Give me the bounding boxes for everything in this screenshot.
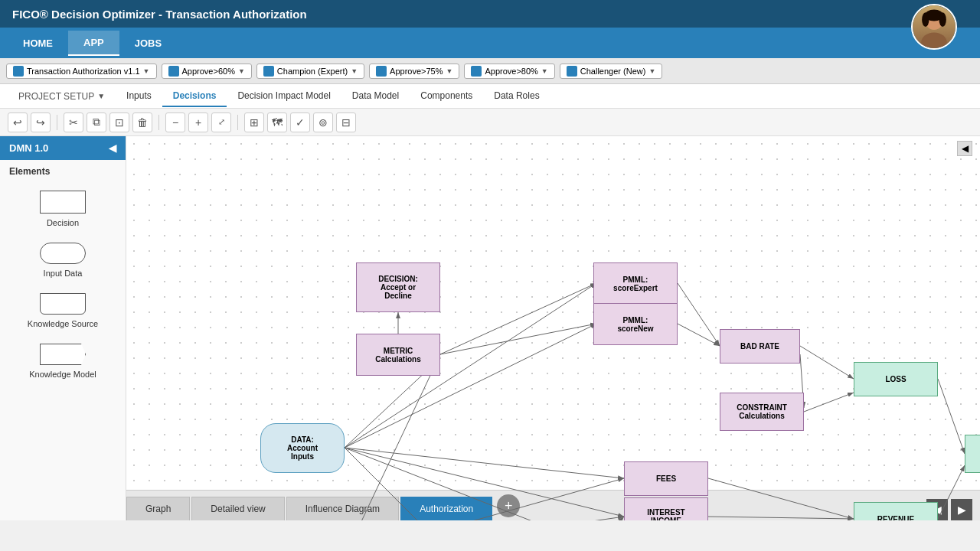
svg-point-5 — [939, 12, 946, 27]
element-knowledge-model-label: Knowledge Model — [29, 370, 96, 379]
icon-toolbar: ↩ ↪ ✂ ⧉ ⊡ 🗑 − + ⤢ ⊞ 🗺 ✓ ⊚ ⊟ — [0, 109, 980, 136]
dropdown-champion[interactable]: Champion (Expert) ▼ — [256, 64, 364, 79]
add-tab-button[interactable]: + — [497, 494, 520, 517]
node-loss[interactable]: LOSS — [854, 362, 938, 396]
svg-point-4 — [922, 12, 929, 27]
svg-line-22 — [678, 324, 720, 346]
copy-button[interactable]: ⧉ — [87, 112, 106, 132]
chevron-down-icon: ▼ — [648, 67, 655, 75]
paste-button[interactable]: ⊡ — [109, 112, 129, 132]
plus-icon: + — [505, 498, 513, 514]
subnav-inputs[interactable]: Inputs — [116, 86, 162, 107]
nav-home[interactable]: HOME — [8, 31, 68, 55]
subnav-components[interactable]: Components — [410, 86, 483, 107]
tab-influence-diagram[interactable]: Influence Diagram — [286, 497, 399, 520]
chevron-down-icon: ▼ — [541, 67, 548, 75]
history-button[interactable]: ⊚ — [313, 112, 333, 132]
table-icon — [263, 66, 274, 77]
node-revenue[interactable]: REVENUE — [854, 502, 938, 520]
collapse-panel-button[interactable]: ◀ — [957, 141, 972, 156]
knowledge-source-shape-icon — [40, 293, 86, 315]
element-decision[interactable]: Decision — [0, 183, 126, 235]
collapse-icon[interactable]: ◀ — [109, 142, 116, 154]
table-icon — [13, 66, 24, 77]
dropdown-challenger[interactable]: Challenger (New) ▼ — [560, 64, 663, 79]
svg-line-19 — [440, 283, 596, 354]
subnav-decision-impact[interactable]: Decision Impact Model — [227, 86, 341, 107]
dropdown-champion-label: Champion (Expert) — [277, 67, 348, 76]
element-knowledge-model[interactable]: Knowledge Model — [0, 336, 126, 386]
left-panel: DMN 1.0 ◀ Elements Decision Input Data K… — [0, 136, 126, 520]
dmn-header: DMN 1.0 ◀ — [0, 136, 126, 160]
node-profit[interactable]: PROFIT — [965, 435, 980, 473]
dropdown-approve80[interactable]: Approve>80% ▼ — [464, 64, 554, 79]
dropdown-challenger-label: Challenger (New) — [580, 67, 646, 76]
chevron-down-icon: ▼ — [446, 67, 453, 75]
svg-line-29 — [938, 379, 965, 454]
tab-authorization[interactable]: Authorization — [400, 497, 492, 520]
node-bad-rate[interactable]: BAD RATE — [720, 329, 800, 364]
bottom-tabs: Graph Detailed view Influence Diagram Au… — [126, 490, 980, 520]
tab-next-button[interactable]: ▶ — [951, 499, 972, 520]
separator — [57, 115, 57, 130]
zoom-in-button[interactable]: + — [188, 112, 208, 132]
zoom-out-button[interactable]: − — [165, 112, 185, 132]
user-avatar — [911, 4, 957, 50]
separator — [237, 115, 238, 130]
canvas-area[interactable]: DECISION:Accept orDecline METRICCalculat… — [126, 136, 980, 520]
app-title: FICO® Decision Optimizer - Transaction A… — [12, 8, 307, 21]
map-button[interactable]: 🗺 — [267, 112, 287, 132]
dropdown-approve60-label: Approve>60% — [182, 67, 235, 76]
table-icon — [471, 66, 482, 77]
dropdown-ta[interactable]: Transaction Authorization v1.1 ▼ — [6, 64, 157, 79]
node-constraint-calc[interactable]: CONSTRAINTCalculations — [720, 393, 804, 431]
dropdown-approve60[interactable]: Approve>60% ▼ — [162, 64, 252, 79]
node-decision-accept[interactable]: DECISION:Accept orDecline — [356, 262, 440, 312]
chevron-down-icon: ▼ — [351, 67, 358, 75]
toolbar-dropdowns: Transaction Authorization v1.1 ▼ Approve… — [0, 58, 980, 84]
node-pmml-expert[interactable]: PMML:scoreExpert — [593, 262, 678, 305]
node-pmml-new[interactable]: PMML:scoreNew — [593, 303, 678, 345]
svg-line-20 — [440, 324, 596, 354]
node-fees[interactable]: FEES — [624, 461, 708, 496]
fit-button[interactable]: ⤢ — [211, 112, 231, 132]
dropdown-approve75[interactable]: Approve>75% ▼ — [369, 64, 459, 79]
node-interest-income[interactable]: INTERESTINCOME — [624, 497, 708, 520]
node-metric-calc[interactable]: METRICCalculations — [356, 334, 440, 376]
elements-label: Elements — [0, 160, 126, 183]
table-icon — [168, 66, 179, 77]
dropdown-approve75-label: Approve>75% — [390, 67, 443, 76]
subnav-decisions[interactable]: Decisions — [162, 86, 227, 107]
chevron-down-icon: ▼ — [97, 92, 105, 100]
subnav-data-model[interactable]: Data Model — [341, 86, 410, 107]
subnav-project-setup[interactable]: PROJECT SETUP ▼ — [8, 86, 116, 106]
delete-button[interactable]: 🗑 — [132, 112, 152, 132]
tab-graph[interactable]: Graph — [126, 497, 190, 520]
separator — [158, 115, 159, 130]
svg-line-10 — [345, 448, 624, 478]
node-data-account[interactable]: DATA:AccountInputs — [260, 423, 345, 473]
tab-detailed-view[interactable]: Detailed view — [191, 497, 284, 520]
cut-button[interactable]: ✂ — [64, 112, 83, 132]
main-content: DMN 1.0 ◀ Elements Decision Input Data K… — [0, 136, 980, 520]
chevron-down-icon: ▼ — [143, 67, 150, 75]
dropdown-approve80-label: Approve>80% — [485, 67, 537, 76]
subnav-data-roles[interactable]: Data Roles — [483, 86, 550, 107]
undo-button[interactable]: ↩ — [8, 112, 28, 132]
nav-jobs[interactable]: JOBS — [119, 31, 177, 55]
input-data-shape-icon — [40, 243, 86, 264]
element-knowledge-source[interactable]: Knowledge Source — [0, 285, 126, 336]
apps-button[interactable]: ⊟ — [336, 112, 356, 132]
table-icon — [376, 66, 387, 77]
element-input-data[interactable]: Input Data — [0, 235, 126, 285]
nav-bar: HOME APP JOBS — [0, 28, 980, 58]
dropdown-ta-label: Transaction Authorization v1.1 — [27, 67, 140, 76]
check-button[interactable]: ✓ — [290, 112, 310, 132]
element-decision-label: Decision — [47, 218, 79, 227]
table-icon — [567, 66, 577, 77]
svg-line-21 — [678, 283, 720, 346]
nav-app[interactable]: APP — [68, 31, 119, 56]
redo-button[interactable]: ↪ — [31, 112, 51, 132]
grid-button[interactable]: ⊞ — [244, 112, 264, 132]
sub-nav: PROJECT SETUP ▼ Inputs Decisions Decisio… — [0, 84, 980, 109]
